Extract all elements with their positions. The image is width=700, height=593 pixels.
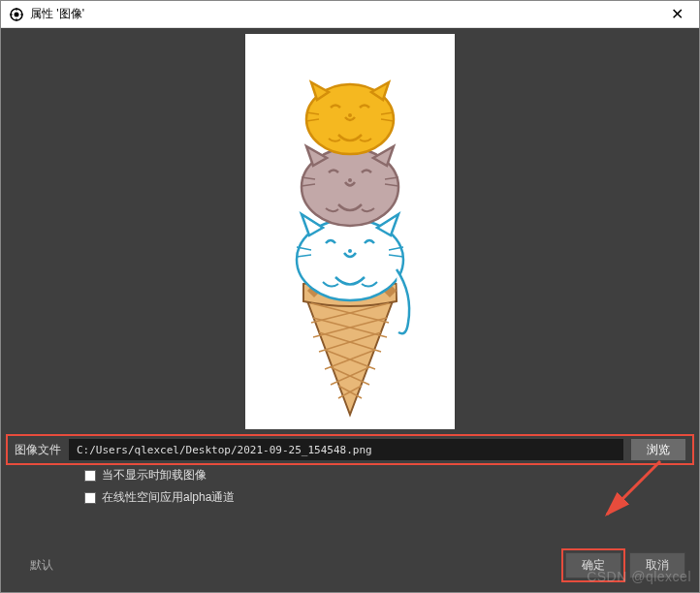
defaults-button[interactable]: 默认 (15, 553, 69, 577)
ok-button[interactable]: 确定 (565, 552, 621, 578)
checkbox-icon[interactable] (84, 470, 96, 482)
titlebar: 属性 '图像' ✕ (1, 1, 699, 28)
browse-button[interactable]: 浏览 (631, 439, 685, 460)
svg-point-1 (15, 12, 19, 16)
cat-icecream-illustration (253, 42, 447, 420)
file-label: 图像文件 (15, 442, 61, 458)
svg-point-30 (348, 178, 352, 182)
checkbox-unload-label: 当不显示时卸载图像 (102, 467, 207, 484)
image-preview (245, 34, 455, 429)
window-title: 属性 '图像' (30, 6, 662, 22)
preview-area (1, 28, 699, 435)
checkbox-icon[interactable] (84, 492, 96, 504)
svg-point-36 (348, 113, 352, 117)
bottom-button-bar: 默认 确定 取消 (1, 545, 699, 592)
file-path-row: 图像文件 浏览 (7, 435, 693, 464)
checkbox-alpha-label: 在线性空间应用alpha通道 (102, 489, 235, 506)
app-icon (9, 7, 24, 22)
svg-point-24 (348, 249, 352, 253)
dialog-window: 属性 '图像' ✕ (0, 0, 700, 593)
close-button[interactable]: ✕ (662, 5, 691, 23)
checkbox-alpha-row[interactable]: 在线性空间应用alpha通道 (1, 486, 699, 509)
file-path-input[interactable] (69, 439, 623, 460)
cancel-button[interactable]: 取消 (629, 552, 685, 578)
content-area: 图像文件 浏览 当不显示时卸载图像 在线性空间应用alpha通道 默认 确定 取… (1, 28, 699, 592)
checkbox-unload-row[interactable]: 当不显示时卸载图像 (1, 464, 699, 486)
